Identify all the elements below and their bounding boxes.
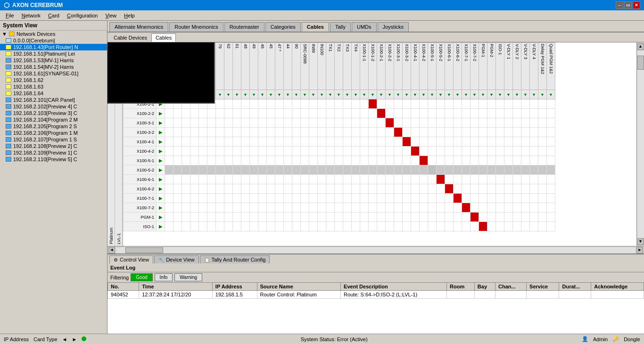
cell-11-22[interactable] (352, 203, 360, 213)
cell-10-26[interactable] (386, 194, 394, 203)
cell-8-40[interactable] (504, 175, 513, 184)
cell-2-35[interactable] (462, 118, 471, 128)
cell-11-36[interactable] (471, 203, 479, 213)
cell-13-31[interactable] (428, 222, 437, 231)
cell-3-40[interactable] (504, 128, 513, 137)
cell-6-17[interactable] (309, 156, 318, 165)
cell-8-42[interactable] (521, 175, 530, 184)
cell-13-15[interactable] (292, 222, 301, 231)
cell-11-10[interactable] (250, 203, 258, 213)
cell-6-37[interactable] (479, 156, 487, 165)
cell-5-36[interactable] (471, 147, 479, 156)
cell-3-33[interactable] (445, 128, 454, 137)
cell-7-16[interactable] (301, 165, 309, 175)
cell-10-8[interactable] (233, 194, 241, 203)
cell-12-31[interactable] (428, 213, 437, 222)
cell-3-27[interactable] (394, 128, 403, 137)
cell-8-5[interactable] (207, 175, 216, 184)
cell-12-17[interactable] (309, 213, 318, 222)
cell-10-28[interactable] (403, 194, 411, 203)
cell-5-14[interactable] (284, 147, 292, 156)
cell-8-34[interactable] (454, 175, 462, 184)
cell-9-43[interactable] (530, 184, 538, 194)
cell-4-26[interactable] (386, 137, 394, 147)
cell-4-5[interactable] (207, 137, 216, 147)
cell-13-44[interactable] (538, 222, 547, 231)
cell-2-39[interactable] (496, 118, 504, 128)
cell-11-16[interactable] (301, 203, 309, 213)
cell-5-34[interactable] (454, 147, 462, 156)
cell-1-8[interactable] (233, 109, 241, 118)
cell-5-38[interactable] (487, 147, 496, 156)
cell-8-25[interactable] (377, 175, 386, 184)
cell-1-1[interactable] (173, 109, 182, 118)
minimize-button[interactable]: ─ (616, 1, 623, 9)
cell-12-3[interactable] (190, 213, 199, 222)
cell-2-15[interactable] (292, 118, 301, 128)
cell-13-42[interactable] (521, 222, 530, 231)
cell-2-4[interactable] (199, 118, 207, 128)
cell-10-42[interactable] (521, 194, 530, 203)
cell-10-36[interactable] (471, 194, 479, 203)
cell-1-10[interactable] (250, 109, 258, 118)
cell-1-2[interactable] (182, 109, 190, 118)
cell-4-29[interactable] (411, 137, 420, 147)
cell-5-10[interactable] (250, 147, 258, 156)
cell-0-7[interactable] (224, 99, 233, 109)
cell-1-21[interactable] (343, 109, 352, 118)
cell-11-8[interactable] (233, 203, 241, 213)
cell-10-38[interactable] (487, 194, 496, 203)
cell-2-30[interactable] (420, 118, 428, 128)
cell-5-18[interactable] (318, 147, 326, 156)
cell-0-18[interactable] (318, 99, 326, 109)
cell-1-5[interactable] (207, 109, 216, 118)
cell-11-45[interactable] (547, 203, 555, 213)
cell-1-32[interactable] (437, 109, 445, 118)
cell-1-27[interactable] (394, 109, 403, 118)
cell-8-38[interactable] (487, 175, 496, 184)
cell-1-23[interactable] (360, 109, 369, 118)
cell-8-15[interactable] (292, 175, 301, 184)
cell-3-16[interactable] (301, 128, 309, 137)
cell-9-35[interactable] (462, 184, 471, 194)
cell-2-34[interactable] (454, 118, 462, 128)
cell-9-38[interactable] (487, 184, 496, 194)
cell-4-36[interactable] (471, 137, 479, 147)
cell-11-7[interactable] (224, 203, 233, 213)
cell-13-39[interactable] (496, 222, 504, 231)
cell-11-28[interactable] (403, 203, 411, 213)
cell-9-4[interactable] (199, 184, 207, 194)
cell-0-16[interactable] (301, 99, 309, 109)
cell-6-5[interactable] (207, 156, 216, 165)
cell-6-27[interactable] (394, 156, 403, 165)
cell-8-43[interactable] (530, 175, 538, 184)
tree-ip64[interactable]: 192.168.1.64 (0, 90, 107, 97)
cell-4-40[interactable] (504, 137, 513, 147)
cell-0-28[interactable] (403, 99, 411, 109)
tab-cables[interactable]: Cables (302, 22, 329, 32)
cell-3-5[interactable] (207, 128, 216, 137)
cell-7-19[interactable] (326, 165, 335, 175)
cell-2-25[interactable] (377, 118, 386, 128)
cell-13-6[interactable] (216, 222, 224, 231)
cell-6-19[interactable] (326, 156, 335, 165)
cell-5-2[interactable] (182, 147, 190, 156)
cell-9-31[interactable] (428, 184, 437, 194)
cell-4-31[interactable] (428, 137, 437, 147)
cell-12-25[interactable] (377, 213, 386, 222)
cell-9-32[interactable] (437, 184, 445, 194)
cell-8-37[interactable] (479, 175, 487, 184)
cell-9-20[interactable] (335, 184, 343, 194)
cell-4-14[interactable] (284, 137, 292, 147)
cell-8-0[interactable] (165, 175, 173, 184)
cell-5-12[interactable] (267, 147, 275, 156)
cell-12-42[interactable] (521, 213, 530, 222)
cell-12-16[interactable] (301, 213, 309, 222)
cell-1-29[interactable] (411, 109, 420, 118)
cell-2-12[interactable] (267, 118, 275, 128)
tree-port-router[interactable]: 192.168.1.43[Port Router] N (0, 44, 107, 50)
cell-0-26[interactable] (386, 99, 394, 109)
cell-6-34[interactable] (454, 156, 462, 165)
cell-0-23[interactable] (360, 99, 369, 109)
cell-0-11[interactable] (258, 99, 267, 109)
